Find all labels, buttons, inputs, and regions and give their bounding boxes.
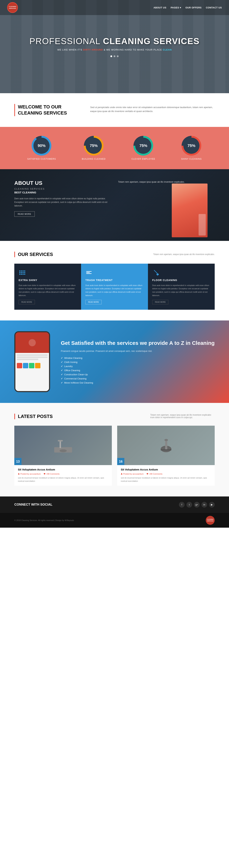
service-floor-cleaning: FLOOR CLEANING Duis aute irure dolor in … (148, 264, 215, 310)
post-author-1: Posted by accusantium (18, 473, 41, 475)
nav-contact[interactable]: Contact Us (206, 6, 222, 9)
about-section: ABOUT US CLEANING SERVICES BEST CLEANING… (0, 169, 229, 241)
post-body-2: Sit voluptatem accus antium Posted by ac… (117, 465, 215, 486)
app-content: Get Satisfied with the services we provi… (61, 339, 215, 384)
app-phone-screen (15, 332, 49, 391)
stat-value-4: 75% (183, 138, 199, 154)
posts-header: LATEST POSTS Totam rem aperiam, eaque ip… (14, 414, 215, 419)
social-linkedin[interactable]: in (201, 502, 207, 507)
post-date-2: 16 (117, 458, 124, 465)
posts-section: LATEST POSTS Totam rem aperiam, eaque ip… (0, 403, 229, 496)
stats-section: 90% Satisfied Customers 75% Building Cle… (0, 127, 229, 169)
footer-bottom: © 2018 Cleaning Services. All rights res… (0, 513, 229, 528)
footer-social-heading: CONNECT WITH SOCIAL (14, 503, 52, 506)
service-desc-1: Duis aute irure dolor in reprehenderit i… (18, 284, 77, 297)
post-meta-2: Posted by accusantium +88 Comments (121, 473, 211, 475)
about-read-more[interactable]: READ MORE (14, 211, 35, 217)
hero-heading-part1: PROFESSIONAL (30, 36, 103, 46)
service-title-2: TRASH TREATMENT (85, 279, 144, 282)
posts-description: Totam rem aperiam, eaque ipsa quae ab il… (150, 414, 215, 419)
person-icon-2 (121, 473, 122, 475)
app-heading: Get Satisfied with the services we provi… (61, 339, 215, 346)
hero-dots (30, 55, 200, 57)
hero-highlight: DIRTY AROUND (83, 49, 103, 51)
lines-icon (86, 271, 91, 274)
comment-icon-1 (44, 473, 45, 475)
service-extra-shiny: EXTRA SHINY Duis aute irure dolor in rep… (14, 264, 81, 310)
post-comments-1: +88 Comments (44, 473, 60, 475)
app-phone-row-3 (17, 359, 38, 360)
checklist-item-1: Window Cleaning (61, 356, 215, 359)
stat-circle-4: 75% (182, 136, 201, 156)
post-title-2: Sit voluptatem accus antium (121, 468, 211, 471)
svg-rect-14 (147, 473, 148, 474)
social-youtube[interactable]: ▶ (209, 502, 215, 507)
post-title-1: Sit voluptatem accus antium (18, 468, 108, 471)
about-best-label: BEST CLEANING (14, 191, 111, 194)
welcome-section: WELCOME TO OUR CLEANING SERVICES Sed ut … (0, 93, 229, 127)
hero-heading: PROFESSIONAL CLEANING SERVICES (30, 36, 200, 46)
post-comments-2: +88 Comments (147, 473, 162, 475)
social-googleplus[interactable]: g+ (194, 502, 200, 507)
nav-offers[interactable]: Our Offers (186, 6, 202, 9)
about-right: Totam rem aperiam, eaque ipsa quae ab il… (118, 180, 215, 230)
about-person-bg (172, 184, 207, 237)
app-phone (14, 331, 50, 392)
social-facebook[interactable]: f (179, 502, 185, 507)
app-thumb-1 (17, 363, 22, 368)
hero-dot-3[interactable] (117, 55, 119, 57)
service-icon-dots (18, 269, 26, 276)
about-heading: ABOUT US (14, 180, 111, 186)
post-image-1: 13 (14, 426, 112, 465)
app-phone-logo (29, 339, 36, 346)
posts-grid: 13 Sit voluptatem accus antium Posted by… (14, 426, 215, 486)
social-twitter[interactable]: t (186, 502, 192, 507)
services-header: OUR SERVICES Totam rem aperiam, eaque ip… (14, 252, 215, 257)
service-read-more-2[interactable]: READ MORE (85, 300, 102, 304)
welcome-left: WELCOME TO OUR CLEANING SERVICES (14, 104, 79, 116)
nav-pages[interactable]: Pages ▾ (171, 6, 181, 9)
checklist-item-6: Commercial Cleaning (61, 377, 215, 380)
service-icon-mop (152, 269, 159, 276)
nav-about[interactable]: About Us (153, 6, 166, 9)
nav-links: About Us Pages ▾ Our Offers Contact Us (153, 6, 222, 9)
services-section: OUR SERVICES Totam rem aperiam, eaque ip… (0, 241, 229, 321)
post-image-svg-2 (155, 436, 177, 454)
welcome-description: Sed ut perspiciatis unde omnis iste natu… (90, 105, 215, 113)
footer-social: CONNECT WITH SOCIAL f t g+ in ▶ (0, 496, 229, 513)
svg-line-0 (154, 270, 158, 274)
footer-logo: CLEANING SERVICES (206, 516, 215, 525)
post-image-bg-1 (14, 426, 112, 465)
post-image-svg-1 (52, 436, 74, 454)
app-thumb-4 (35, 363, 40, 368)
post-image-2: 16 (117, 426, 215, 465)
stat-shiny: 75% Shiny Cleaning (181, 136, 202, 160)
stat-building: 75% Building Cleaned (82, 136, 106, 160)
svg-rect-5 (58, 440, 63, 441)
app-phone-header (15, 332, 49, 353)
hero-dot-1[interactable] (110, 55, 112, 57)
app-thumb-3 (29, 363, 34, 368)
hero-dot-2[interactable] (114, 55, 115, 57)
welcome-right: Sed ut perspiciatis unde omnis iste natu… (90, 104, 215, 116)
stat-value-1: 90% (33, 138, 49, 154)
svg-point-13 (121, 473, 122, 474)
stat-label-1: Satisfied Customers (27, 158, 56, 160)
service-icon-lines (85, 269, 92, 276)
person-icon-1 (18, 473, 20, 475)
stat-label-4: Shiny Cleaning (181, 158, 202, 160)
service-read-more-3[interactable]: READ MORE (152, 300, 168, 304)
about-description: Dem aute irure dolor in reprehenderit in… (14, 197, 111, 208)
services-description: Totam rem aperiam, eaque ipsa quae ab il… (153, 253, 215, 255)
hero-heading-part2: CLEANING SERVICES (103, 36, 200, 46)
service-read-more-1[interactable]: READ MORE (18, 300, 35, 304)
svg-rect-8 (44, 473, 45, 474)
stat-circle-3: 75% (133, 136, 153, 156)
checklist-item-5: Construction Clean-Up (61, 373, 215, 376)
stat-label-2: Building Cleaned (82, 158, 106, 160)
nav-logo[interactable]: CLEANING SERVICES (7, 2, 18, 13)
checklist-item-4: Office Cleaning (61, 369, 215, 372)
stat-circle-1: 90% (32, 136, 51, 156)
navigation: CLEANING SERVICES About Us Pages ▾ Our O… (0, 0, 229, 15)
service-title-1: EXTRA SHINY (18, 279, 77, 282)
